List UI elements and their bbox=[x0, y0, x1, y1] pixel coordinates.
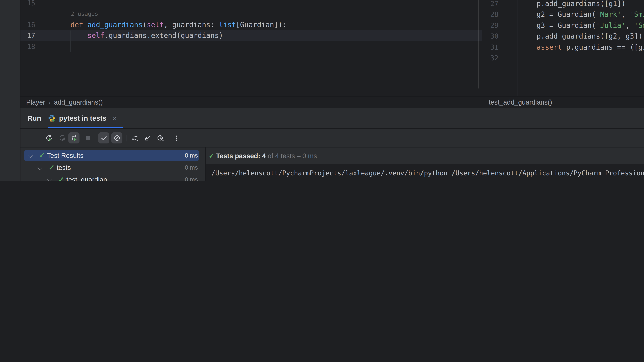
test-duration: 0 ms bbox=[185, 162, 198, 174]
code-line: p.add_guardians([g2, g3]) bbox=[520, 31, 642, 42]
toggle-auto-test-icon[interactable] bbox=[68, 132, 80, 143]
test-duration: 0 ms bbox=[185, 149, 198, 162]
breadcrumb-method[interactable]: add_guardians() bbox=[54, 98, 103, 106]
code-line: g2 = Guardian('Mark', 'Smith') bbox=[520, 9, 644, 20]
tree-label: tests bbox=[57, 162, 71, 174]
gutter-separator bbox=[518, 0, 518, 96]
tool-window-stripe bbox=[0, 0, 20, 181]
tab-label[interactable]: pytest in tests bbox=[59, 114, 106, 122]
tree-label: test_guardian bbox=[66, 174, 107, 181]
test-passed-icon: ✓ bbox=[58, 174, 64, 181]
test-summary-bar: ✓ Tests passed: 4 of 4 tests – 0 ms bbox=[206, 147, 644, 165]
line-number: 28 bbox=[483, 9, 498, 20]
line-number: 32 bbox=[483, 53, 498, 64]
pytest-python-icon bbox=[48, 114, 56, 122]
rerun-icon[interactable] bbox=[43, 132, 54, 143]
line-number: 27 bbox=[483, 0, 498, 9]
tree-label: Test Results bbox=[47, 149, 84, 162]
pycharm-window: 152 usages16def add_guardians(self, guar… bbox=[0, 0, 644, 181]
tree-row-test-results[interactable]: ✓Test Results0 ms bbox=[20, 149, 205, 162]
console-output: /Users/helenscott/PycharmProjects/laxlea… bbox=[211, 168, 644, 181]
test-passed-icon: ✓ bbox=[39, 149, 45, 162]
breadcrumb-player[interactable]: Player›add_guardians() bbox=[26, 96, 103, 108]
code-line: g3 = Guardian('Julia', 'Smith') bbox=[520, 20, 644, 31]
toolbar-separator bbox=[95, 135, 95, 141]
tests-passed-summary: Tests passed: 4 of 4 tests – 0 ms bbox=[216, 147, 317, 164]
run-toolwindow-title: Run bbox=[28, 108, 41, 128]
code-line: self.guardians.extend(guardians) bbox=[70, 30, 223, 41]
breadcrumb-test[interactable]: test_add_guardians() bbox=[489, 96, 552, 108]
sort-tests-icon[interactable] bbox=[129, 132, 140, 143]
rerun-failed-icon[interactable] bbox=[57, 132, 68, 143]
test-passed-icon: ✓ bbox=[49, 162, 54, 174]
editor-scrollbar[interactable] bbox=[478, 0, 479, 88]
test-results-tree[interactable]: ✓Test Results0 ms✓tests0 ms✓test_guardia… bbox=[20, 147, 205, 181]
code-line: def add_guardians(self, guardians: list[… bbox=[70, 19, 287, 30]
show-ignored-icon[interactable] bbox=[111, 132, 122, 143]
toolbar-separator bbox=[168, 135, 168, 141]
line-number: 18 bbox=[20, 41, 35, 52]
chevron-down-icon[interactable] bbox=[47, 177, 52, 181]
code-line: p.add_guardians([g1]) bbox=[520, 0, 626, 9]
run-toolbar bbox=[20, 129, 644, 147]
run-toolwindow-header: Run pytest in tests ✕ bbox=[20, 108, 644, 129]
run-console[interactable]: /Users/helenscott/PycharmProjects/laxlea… bbox=[206, 164, 644, 181]
stop-icon[interactable] bbox=[82, 132, 93, 143]
breadcrumb-class[interactable]: Player bbox=[26, 98, 45, 106]
editor-split[interactable]: 152 usages16def add_guardians(self, guar… bbox=[20, 0, 644, 96]
gutter-separator bbox=[54, 0, 54, 96]
line-number: 29 bbox=[483, 20, 498, 31]
line-number: 31 bbox=[483, 42, 498, 53]
tree-row-tests[interactable]: ✓tests0 ms bbox=[20, 162, 205, 174]
test-duration: 0 ms bbox=[185, 174, 198, 181]
chevron-right-icon: › bbox=[45, 99, 54, 106]
breadcrumb-test-method[interactable]: test_add_guardians() bbox=[489, 98, 552, 106]
show-passed-icon[interactable] bbox=[98, 132, 109, 143]
close-icon[interactable]: ✕ bbox=[112, 115, 117, 121]
navigate-to-bottom-icon[interactable] bbox=[142, 132, 153, 143]
line-number: 15 bbox=[20, 0, 35, 8]
usages-inlay-hint[interactable]: 2 usages bbox=[71, 8, 98, 19]
line-number: 30 bbox=[483, 31, 498, 42]
code-line: assert p.guardians == ([g1, g bbox=[520, 42, 644, 53]
check-icon: ✓ bbox=[209, 147, 214, 164]
more-options-icon[interactable] bbox=[171, 132, 182, 143]
editor-pane-player[interactable]: 152 usages16def add_guardians(self, guar… bbox=[20, 0, 483, 96]
test-history-icon[interactable] bbox=[155, 132, 166, 143]
chevron-down-icon[interactable] bbox=[38, 165, 42, 170]
editor-pane-test-player[interactable]: 27 p.add_guardians([g1])28 g2 = Guardian… bbox=[483, 0, 644, 96]
tree-row-test-guardian[interactable]: ✓test_guardian0 ms bbox=[20, 174, 205, 181]
active-tab-underline bbox=[48, 127, 124, 128]
line-number: 17 bbox=[20, 30, 35, 41]
line-number: 16 bbox=[20, 19, 35, 30]
tab-pytest-in-tests[interactable]: pytest in tests ✕ bbox=[48, 108, 117, 128]
toolbar-separator bbox=[126, 135, 126, 141]
breadcrumb-bar: Player›add_guardians() test_add_guardian… bbox=[20, 96, 644, 109]
